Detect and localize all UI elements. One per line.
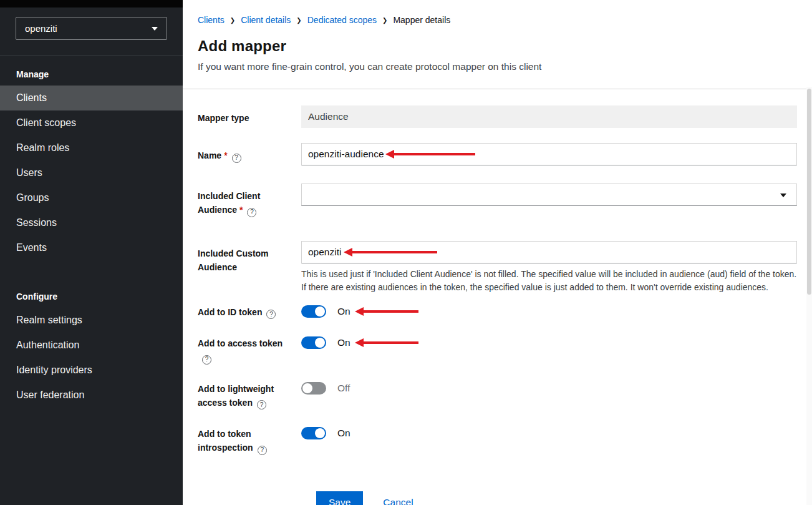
included-client-audience-row: Included Client Audience* [198,184,797,217]
sidebar-item-user-federation[interactable]: User federation [0,383,183,408]
help-icon[interactable] [258,446,267,455]
breadcrumb-current: Mapper details [393,15,450,25]
annotation-arrow [355,307,418,316]
required-asterisk: * [224,150,227,160]
scrollbar[interactable] [806,87,812,505]
mapper-type-row: Mapper type [198,105,797,128]
toggle-knob [302,383,312,393]
breadcrumb-link-dedicated-scopes[interactable]: Dedicated scopes [307,15,377,25]
sidebar-item-groups[interactable]: Groups [0,185,183,210]
mapper-type-input [301,105,797,128]
form-actions: Save Cancel [198,491,797,505]
help-icon[interactable] [247,208,256,217]
chevron-down-icon [152,27,158,31]
add-to-id-token-row: Add to ID token On [198,304,797,320]
add-mapper-form: Mapper type Name* [183,89,812,505]
breadcrumb-link-clients[interactable]: Clients [198,15,225,25]
name-input[interactable] [301,143,797,165]
toggle-state-label: Off [337,383,350,394]
help-icon[interactable] [232,154,241,163]
sidebar-item-realm-roles[interactable]: Realm roles [0,135,183,160]
save-button[interactable]: Save [316,491,363,505]
sidebar-item-client-scopes[interactable]: Client scopes [0,110,183,135]
toggle-state-label: On [337,337,350,348]
chevron-right-icon [382,17,387,24]
included-custom-audience-help: This is used just if 'Included Client Au… [301,268,797,294]
realm-selector-dropdown[interactable]: openziti [16,17,167,40]
included-custom-audience-row: Included Custom Audience This is used ju… [198,241,797,294]
help-icon[interactable] [266,310,276,319]
app-window: openziti Manage Clients Client scopes Re… [0,0,812,505]
masthead-strip [0,0,183,7]
toggle-state-label: On [337,428,350,439]
toggle-knob [315,428,325,438]
cancel-button[interactable]: Cancel [383,497,413,505]
sidebar-item-authentication[interactable]: Authentication [0,333,183,358]
add-to-id-token-label: Add to ID token [198,307,262,317]
side-nav: Manage Clients Client scopes Realm roles… [0,56,183,408]
sidebar: openziti Manage Clients Client scopes Re… [0,0,183,505]
sidebar-item-realm-settings[interactable]: Realm settings [0,308,183,333]
mapper-type-label: Mapper type [198,113,249,123]
add-to-access-token-row: Add to access token On [198,335,797,365]
add-to-token-introspection-toggle[interactable] [301,427,326,439]
help-icon[interactable] [202,355,211,365]
name-row: Name* [198,143,797,165]
add-to-access-token-toggle[interactable] [301,336,326,349]
breadcrumb: Clients Client details Dedicated scopes … [198,15,797,25]
add-to-lightweight-access-token-row: Add to lightweight access token Off [198,381,797,410]
add-to-access-token-label: Add to access token [198,338,283,348]
included-client-audience-select[interactable] [301,184,797,206]
chevron-right-icon [230,17,235,24]
page-header: Clients Client details Dedicated scopes … [183,0,812,89]
chevron-down-icon [780,194,786,197]
add-to-token-introspection-row: Add to token introspection On [198,426,797,455]
chevron-right-icon [296,17,301,24]
required-asterisk: * [239,205,243,215]
toggle-state-label: On [337,306,350,317]
add-to-token-introspection-label: Add to token introspection [198,429,253,453]
toggle-knob [315,338,325,348]
scrollbar-thumb[interactable] [807,89,811,295]
sidebar-item-users[interactable]: Users [0,160,183,185]
add-to-id-token-toggle[interactable] [301,305,326,318]
page-title: Add mapper [198,37,797,55]
nav-section-manage: Manage [0,56,183,86]
included-custom-audience-input[interactable] [301,241,797,263]
nav-section-configure: Configure [0,278,183,308]
sidebar-item-identity-providers[interactable]: Identity providers [0,358,183,383]
breadcrumb-link-client-details[interactable]: Client details [241,15,291,25]
included-custom-audience-label: Included Custom Audience [198,248,269,272]
sidebar-item-clients[interactable]: Clients [0,86,183,110]
name-label: Name [198,150,221,160]
toggle-knob [315,306,325,316]
sidebar-item-events[interactable]: Events [0,235,183,260]
main-content: Clients Client details Dedicated scopes … [183,0,812,505]
add-to-lightweight-access-token-toggle[interactable] [301,382,326,395]
page-subtitle: If you want more fine-grain control, you… [198,61,797,72]
annotation-arrow [355,338,418,347]
realm-name: openziti [25,23,57,34]
help-icon[interactable] [257,400,266,409]
sidebar-item-sessions[interactable]: Sessions [0,210,183,235]
